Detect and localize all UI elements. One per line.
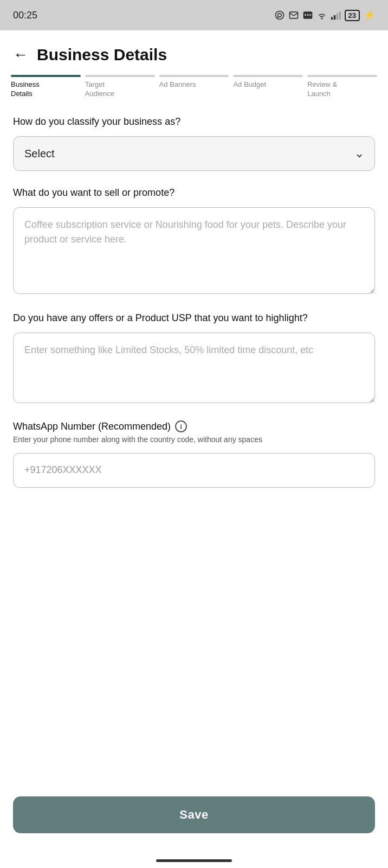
offers-label: Do you have any offers or a Product USP … bbox=[13, 311, 375, 325]
tab-label-business-details: BusinessDetails bbox=[11, 80, 40, 99]
classify-label: How do you classify your business as? bbox=[13, 115, 375, 129]
status-icons: 23 ⚡ bbox=[274, 9, 375, 21]
svg-rect-7 bbox=[331, 17, 332, 20]
svg-rect-3 bbox=[305, 14, 306, 16]
tab-label-ad-banners: Ad Banners bbox=[159, 80, 196, 90]
tab-bar-target-audience bbox=[85, 75, 155, 77]
tab-bar-ad-budget bbox=[233, 75, 303, 77]
tab-bar-business-details bbox=[11, 75, 81, 77]
tab-bar-review-launch bbox=[307, 75, 377, 77]
whatsapp-section: WhatsApp Number (Recommended) i Enter yo… bbox=[13, 420, 375, 488]
page-title: Business Details bbox=[37, 46, 167, 64]
charging-icon: ⚡ bbox=[363, 9, 375, 21]
whatsapp-label: WhatsApp Number (Recommended) bbox=[13, 421, 171, 432]
back-button[interactable]: ← bbox=[13, 47, 28, 62]
offers-section: Do you have any offers or a Product USP … bbox=[13, 311, 375, 405]
svg-rect-8 bbox=[333, 15, 335, 20]
svg-rect-5 bbox=[309, 14, 311, 16]
header: ← Business Details bbox=[0, 30, 388, 64]
classify-select-wrapper: Select ⌄ bbox=[13, 136, 375, 171]
offers-textarea[interactable] bbox=[13, 333, 375, 403]
save-button-wrapper: Save bbox=[0, 783, 388, 853]
tab-ad-banners[interactable]: Ad Banners bbox=[159, 75, 229, 99]
sell-textarea[interactable] bbox=[13, 207, 375, 294]
form-content: How do you classify your business as? Se… bbox=[0, 99, 388, 783]
tab-ad-budget[interactable]: Ad Budget bbox=[233, 75, 303, 99]
gmail-icon bbox=[288, 10, 299, 21]
tab-target-audience[interactable]: TargetAudience bbox=[85, 75, 155, 99]
tab-label-target-audience: TargetAudience bbox=[85, 80, 114, 99]
tab-review-launch[interactable]: Review &Launch bbox=[307, 75, 377, 99]
tab-bar-ad-banners bbox=[159, 75, 229, 77]
home-bar bbox=[156, 859, 232, 862]
status-time: 00:25 bbox=[13, 10, 37, 21]
signal-icon bbox=[331, 10, 341, 21]
classify-select[interactable]: Select bbox=[13, 136, 375, 171]
tab-label-ad-budget: Ad Budget bbox=[233, 80, 266, 90]
battery-level: 23 bbox=[345, 10, 360, 21]
whatsapp-icon bbox=[274, 10, 285, 21]
whatsapp-label-row: WhatsApp Number (Recommended) i bbox=[13, 420, 375, 432]
tab-business-details[interactable]: BusinessDetails bbox=[11, 75, 81, 99]
sell-section: What do you want to sell or promote? bbox=[13, 186, 375, 296]
message-icon bbox=[302, 10, 313, 21]
whatsapp-sublabel: Enter your phone number along with the c… bbox=[13, 435, 375, 445]
save-button[interactable]: Save bbox=[13, 796, 375, 833]
svg-rect-10 bbox=[339, 11, 340, 20]
svg-point-6 bbox=[321, 18, 322, 19]
whatsapp-input[interactable] bbox=[13, 453, 375, 488]
svg-point-0 bbox=[275, 11, 283, 20]
tab-label-review-launch: Review &Launch bbox=[307, 80, 337, 99]
classify-section: How do you classify your business as? Se… bbox=[13, 115, 375, 171]
step-tabs: BusinessDetails TargetAudience Ad Banner… bbox=[0, 64, 388, 99]
sell-label: What do you want to sell or promote? bbox=[13, 186, 375, 200]
wifi-icon bbox=[316, 10, 327, 21]
svg-rect-4 bbox=[307, 14, 308, 16]
home-indicator bbox=[0, 853, 388, 868]
status-bar: 00:25 23 bbox=[0, 0, 388, 30]
info-icon[interactable]: i bbox=[175, 420, 187, 432]
svg-rect-9 bbox=[336, 14, 338, 20]
